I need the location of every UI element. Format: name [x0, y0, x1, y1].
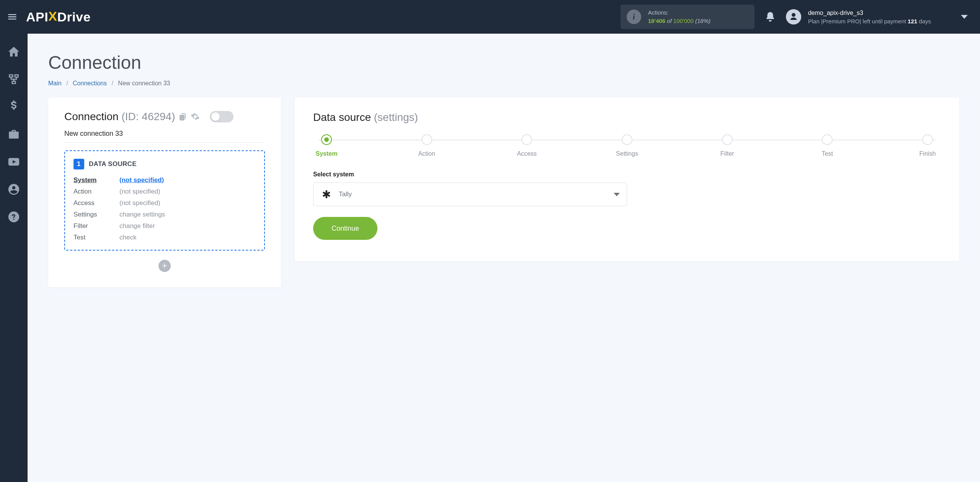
copy-icon[interactable]	[178, 112, 188, 121]
row-access-value[interactable]: (not specified)	[119, 199, 256, 207]
wizard-stepper: System Action Access Settings Filter Tes…	[313, 134, 941, 157]
step-access[interactable]: Access	[513, 134, 540, 157]
divider	[64, 142, 265, 143]
system-select[interactable]: ✱ Tally	[313, 182, 627, 206]
connection-title: Connection	[64, 111, 121, 122]
data-source-settings-card: Data source (settings) System Action Acc…	[295, 98, 959, 261]
right-title: Data source	[313, 111, 374, 123]
step-dot	[622, 134, 632, 145]
row-filter-value[interactable]: change filter	[119, 222, 256, 230]
actions-total: 100'000	[673, 18, 694, 24]
user-menu[interactable]: demo_apix-drive_s3 Plan |Premium PRO| le…	[786, 8, 968, 26]
breadcrumb-current: New connection 33	[118, 80, 170, 86]
connection-card: Connection (ID: 46294) New connection 33…	[48, 98, 281, 287]
sidebar	[0, 34, 28, 482]
connection-id: (ID: 46294)	[121, 111, 175, 122]
connections-icon[interactable]	[7, 73, 20, 86]
user-text: demo_apix-drive_s3 Plan |Premium PRO| le…	[808, 8, 931, 26]
step-dot	[321, 134, 332, 145]
data-source-rows: System (not specified) Action (not speci…	[74, 176, 256, 241]
step-dot	[722, 134, 733, 145]
actions-label: Actions:	[648, 8, 710, 17]
selected-system: Tally	[339, 191, 607, 198]
actions-of: of	[665, 18, 673, 24]
info-icon: i	[627, 10, 641, 24]
user-plan-suffix: days	[917, 18, 931, 24]
chevron-down-icon[interactable]	[961, 15, 968, 19]
step-dot	[421, 134, 432, 145]
actions-percent: (18%)	[694, 18, 710, 24]
data-source-heading: 1 DATA SOURCE	[74, 159, 256, 169]
continue-button[interactable]: Continue	[313, 217, 377, 240]
row-test-key: Test	[74, 234, 119, 241]
account-icon[interactable]	[7, 183, 20, 196]
row-settings-key: Settings	[74, 211, 119, 218]
step-test[interactable]: Test	[814, 134, 841, 157]
user-plan-prefix: Plan |Premium PRO| left until payment	[808, 18, 908, 24]
home-icon[interactable]	[7, 45, 20, 58]
row-system-key[interactable]: System	[74, 176, 119, 184]
step-settings[interactable]: Settings	[614, 134, 640, 157]
data-source-panel: 1 DATA SOURCE System (not specified) Act…	[64, 150, 265, 251]
app-logo[interactable]: APIXDrive	[26, 10, 91, 24]
main-content: Connection Main / Connections / New conn…	[28, 34, 980, 482]
step-label: System	[316, 150, 338, 157]
breadcrumb-sep: /	[66, 80, 68, 86]
connection-name: New connection 33	[64, 130, 265, 138]
connection-header: Connection (ID: 46294)	[64, 111, 265, 123]
breadcrumb: Main / Connections / New connection 33	[48, 80, 959, 87]
enable-toggle[interactable]	[210, 111, 234, 122]
row-test-value[interactable]: check	[119, 234, 256, 241]
step-label: Access	[517, 150, 537, 157]
logo-part-2: X	[48, 9, 57, 24]
row-system-value[interactable]: (not specified)	[119, 176, 256, 184]
step-dot	[521, 134, 532, 145]
logo-part-3: Drive	[57, 10, 91, 24]
step-dot	[822, 134, 833, 145]
select-system-label: Select system	[313, 171, 941, 178]
step-action[interactable]: Action	[413, 134, 440, 157]
row-settings-value[interactable]: change settings	[119, 211, 256, 218]
step-finish[interactable]: Finish	[914, 134, 941, 157]
user-icon	[789, 12, 798, 21]
row-access-key: Access	[74, 199, 119, 207]
user-name: demo_apix-drive_s3	[808, 8, 931, 17]
step-label: Filter	[720, 150, 734, 157]
breadcrumb-connections[interactable]: Connections	[73, 80, 107, 86]
billing-icon[interactable]	[7, 100, 20, 113]
avatar	[786, 9, 801, 24]
help-icon[interactable]	[7, 210, 20, 223]
step-filter[interactable]: Filter	[714, 134, 741, 157]
settings-icon[interactable]	[191, 112, 200, 121]
step-label: Action	[418, 150, 435, 157]
step-label: Finish	[920, 150, 936, 157]
step-label: Test	[822, 150, 833, 157]
hamburger-icon	[7, 11, 18, 22]
topbar-right: i Actions: 18'406 of 100'000 (18%) demo_…	[621, 0, 980, 34]
actions-count: 18'406	[648, 18, 665, 24]
row-action-key: Action	[74, 188, 119, 195]
step-dot	[922, 134, 933, 145]
page-title: Connection	[48, 52, 959, 73]
briefcase-icon[interactable]	[7, 128, 20, 141]
step-label: Settings	[616, 150, 638, 157]
actions-usage-panel[interactable]: i Actions: 18'406 of 100'000 (18%)	[621, 5, 755, 29]
user-plan-days: 121	[908, 18, 917, 24]
menu-toggle-button[interactable]	[4, 8, 21, 25]
step-system[interactable]: System	[313, 134, 340, 157]
user-plan: Plan |Premium PRO| left until payment 12…	[808, 17, 931, 26]
logo-part-1: API	[26, 10, 48, 24]
chevron-down-icon	[614, 193, 620, 196]
add-step-button[interactable]: +	[158, 260, 171, 272]
video-icon[interactable]	[7, 155, 20, 168]
data-source-title: DATA SOURCE	[89, 160, 137, 168]
row-filter-key: Filter	[74, 222, 119, 230]
topbar: APIXDrive i Actions: 18'406 of 100'000 (…	[0, 0, 980, 34]
right-subtitle: (settings)	[374, 111, 418, 123]
step-badge: 1	[74, 159, 84, 169]
breadcrumb-main[interactable]: Main	[48, 80, 62, 86]
row-action-value[interactable]: (not specified)	[119, 188, 256, 195]
breadcrumb-sep: /	[111, 80, 113, 86]
actions-text: Actions: 18'406 of 100'000 (18%)	[648, 8, 710, 25]
notifications-button[interactable]	[764, 11, 776, 23]
